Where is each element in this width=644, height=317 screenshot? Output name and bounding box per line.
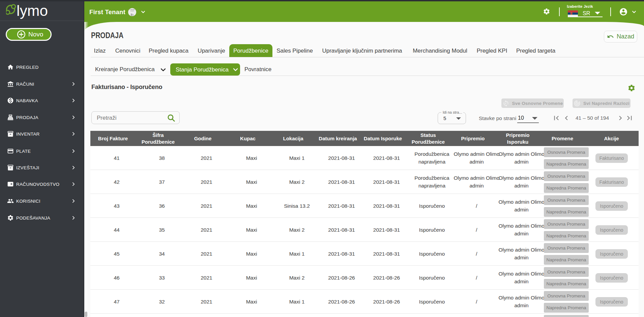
svg-text:lymo: lymo <box>17 3 48 19</box>
